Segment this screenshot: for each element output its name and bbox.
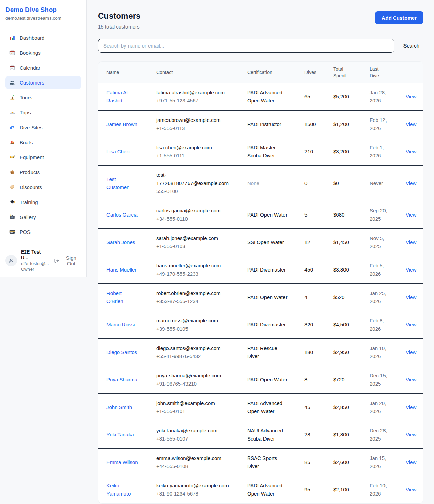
cell-certification: PADI Advanced Open Water <box>242 476 299 503</box>
trips-boat-icon <box>9 109 15 115</box>
shop-name: Demo Dive Shop <box>5 6 81 14</box>
sidebar-item-products[interactable]: Products <box>5 165 81 179</box>
cell-name: Fatima Al-Rashid <box>98 83 151 110</box>
sidebar-item-discounts[interactable]: Discounts <box>5 180 81 194</box>
tours-island-icon <box>9 94 15 100</box>
cell-total-spent: $680 <box>328 201 364 228</box>
view-link[interactable]: View <box>406 180 416 186</box>
customer-name-link[interactable]: Carlos Garcia <box>106 211 138 219</box>
view-link[interactable]: View <box>406 94 416 99</box>
cell-total-spent: $4,500 <box>328 311 364 338</box>
search-button[interactable]: Search <box>399 43 423 49</box>
cell-certification: PADI Instructor <box>242 110 299 138</box>
search-input[interactable] <box>98 39 394 53</box>
bookings-calendar-icon: 17 <box>9 50 15 56</box>
sidebar-item-label: Tours <box>20 95 32 100</box>
sidebar-item-customers[interactable]: Customers <box>5 76 81 89</box>
sidebar-item-boats[interactable]: Boats <box>5 135 81 149</box>
sidebar-item-dashboard[interactable]: Dashboard <box>5 31 81 44</box>
view-link[interactable]: View <box>406 404 416 410</box>
customer-certification: PADI Divemaster <box>247 321 286 329</box>
view-link[interactable]: View <box>406 267 416 273</box>
cell-name: James Brown <box>98 110 151 138</box>
view-link[interactable]: View <box>406 487 416 492</box>
customer-last-dive: Dec 28, 2025 <box>370 427 390 443</box>
cell-dives: 45 <box>299 393 328 421</box>
customer-name-link[interactable]: Emma Wilson <box>106 458 138 466</box>
view-link[interactable]: View <box>406 349 416 355</box>
table-row: Hans Mueller hans.mueller@example.com +4… <box>98 256 423 283</box>
customer-name-link[interactable]: Sarah Jones <box>106 238 135 246</box>
sign-out-button[interactable]: Sign Out <box>54 255 81 266</box>
customer-email: keiko.yamamoto@example.com <box>156 482 234 490</box>
view-link[interactable]: View <box>406 294 416 300</box>
customer-name-link[interactable]: Test Customer <box>106 175 138 191</box>
cell-total-spent: $2,850 <box>328 393 364 421</box>
cell-certification: SSI Open Water <box>242 228 299 256</box>
sidebar-item-label: Dive Sites <box>20 125 43 130</box>
cell-last-dive: Dec 15, 2025 <box>364 366 400 393</box>
cell-last-dive: Feb 1, 2026 <box>364 138 400 165</box>
sidebar-item-pos[interactable]: POS <box>5 225 81 239</box>
cell-contact: sarah.jones@example.com +1-555-0103 <box>151 228 242 256</box>
customer-last-dive: Sep 20, 2025 <box>370 207 390 223</box>
add-customer-button[interactable]: Add Customer <box>375 11 423 24</box>
customer-name-link[interactable]: James Brown <box>106 120 137 128</box>
sidebar-item-label: Gallery <box>20 214 36 220</box>
view-link[interactable]: View <box>406 459 416 465</box>
customer-certification: PADI Master Scuba Diver <box>247 144 289 160</box>
view-link[interactable]: View <box>406 377 416 382</box>
customer-name-link[interactable]: Robert O'Brien <box>106 289 138 305</box>
customer-name-link[interactable]: Lisa Chen <box>106 148 130 156</box>
sidebar-item-training[interactable]: Training <box>5 195 81 209</box>
sidebar-item-trips[interactable]: Trips <box>5 106 81 119</box>
sidebar-item-equipment[interactable]: Equipment <box>5 150 81 164</box>
customer-name-link[interactable]: Keiko Yamamoto <box>106 482 138 498</box>
view-link[interactable]: View <box>406 322 416 328</box>
cell-last-dive: Dec 28, 2025 <box>364 421 400 448</box>
customer-name-link[interactable]: Hans Mueller <box>106 266 136 274</box>
column-header-last-dive: Last Dive <box>364 62 400 83</box>
customer-name-link[interactable]: John Smith <box>106 403 132 411</box>
customer-phone: +81-90-1234-5678 <box>156 490 236 498</box>
customer-name-link[interactable]: Priya Sharma <box>106 376 137 384</box>
page-title-block: Customers 15 total customers <box>98 11 140 30</box>
cell-total-spent: $3,200 <box>328 138 364 165</box>
customer-certification: PADI Instructor <box>247 120 281 128</box>
cell-action: View <box>400 283 423 311</box>
sidebar-item-dive-sites[interactable]: Dive Sites <box>5 120 81 134</box>
sidebar-item-label: Training <box>20 199 38 205</box>
cell-certification: PADI Advanced Open Water <box>242 393 299 421</box>
customer-last-dive: Never <box>370 179 383 187</box>
cell-last-dive: Feb 5, 2026 <box>364 256 400 283</box>
view-link[interactable]: View <box>406 149 416 154</box>
view-link[interactable]: View <box>406 239 416 245</box>
customer-phone: +44-555-0108 <box>156 462 236 470</box>
cell-contact: marco.rossi@example.com +39-555-0105 <box>151 311 242 338</box>
cell-contact: test-1772681807767@example.com 555-0100 <box>151 165 242 201</box>
column-header-name: Name <box>98 62 151 83</box>
customer-name-link[interactable]: Diego Santos <box>106 348 137 356</box>
view-link[interactable]: View <box>406 212 416 218</box>
view-link[interactable]: View <box>406 121 416 127</box>
sidebar-item-bookings[interactable]: 17 Bookings <box>5 46 81 59</box>
customer-name-link[interactable]: Yuki Tanaka <box>106 431 134 439</box>
customer-name-link[interactable]: Fatima Al-Rashid <box>106 89 138 105</box>
customer-certification: BSAC Sports Diver <box>247 454 289 470</box>
customer-phone: +55-11-99876-5432 <box>156 352 236 360</box>
cell-dives: 450 <box>299 256 328 283</box>
customers-table: Name Contact Certification Dives Total S… <box>98 62 423 503</box>
sidebar-item-calendar[interactable]: Calendar <box>5 61 81 74</box>
view-link[interactable]: View <box>406 432 416 437</box>
sidebar-item-label: Calendar <box>20 65 40 71</box>
sidebar-item-tours[interactable]: Tours <box>5 91 81 104</box>
table-row: James Brown james.brown@example.com +1-5… <box>98 110 423 138</box>
cell-dives: 28 <box>299 421 328 448</box>
customer-last-dive: Nov 5, 2025 <box>370 234 390 250</box>
cell-name: Yuki Tanaka <box>98 421 151 448</box>
table-body: Fatima Al-Rashid fatima.alrashid@example… <box>98 83 423 503</box>
cell-action: View <box>400 256 423 283</box>
column-header-certification: Certification <box>242 62 299 83</box>
customer-name-link[interactable]: Marco Rossi <box>106 321 135 329</box>
sidebar-item-gallery[interactable]: Gallery <box>5 210 81 224</box>
